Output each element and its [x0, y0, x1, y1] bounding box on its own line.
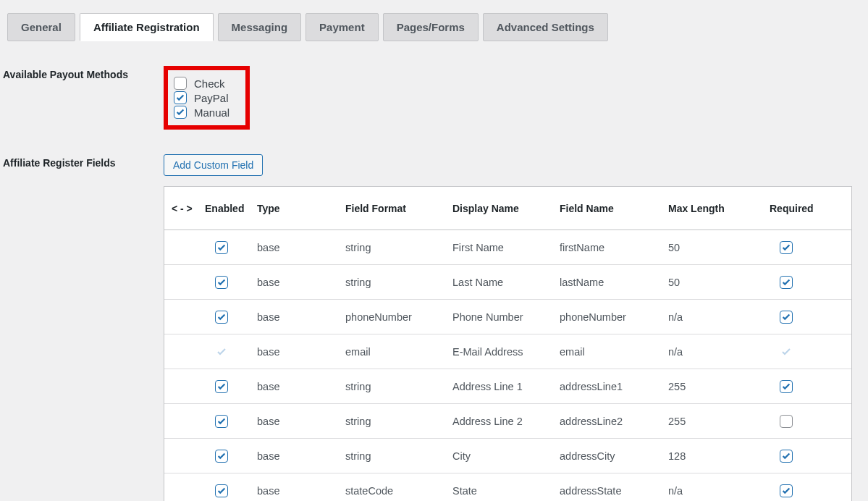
- enabled-checkbox[interactable]: [215, 276, 228, 289]
- enabled-checkbox[interactable]: [215, 241, 228, 254]
- register-row: Affiliate Register Fields Add Custom Fie…: [0, 147, 868, 501]
- tab-general[interactable]: General: [7, 13, 75, 41]
- cell-display: City: [452, 450, 560, 462]
- table-row: basestringAddress Line 1addressLine1255: [164, 369, 851, 404]
- cell-format: email: [345, 346, 452, 358]
- payout-item-label: Manual: [194, 106, 229, 119]
- payout-checkbox-manual[interactable]: [174, 106, 187, 119]
- enabled-checkbox[interactable]: [215, 450, 228, 463]
- required-cell: [770, 415, 835, 428]
- payout-row: Available Payout Methods Check PayPal Ma…: [0, 59, 868, 137]
- enabled-cell: [205, 380, 257, 393]
- required-checkbox[interactable]: [780, 276, 793, 289]
- payout-item-check: Check: [174, 76, 229, 90]
- col-header-type: Type: [257, 203, 345, 214]
- cell-type: base: [257, 416, 345, 427]
- required-cell: [770, 484, 835, 497]
- cell-type: base: [257, 450, 345, 462]
- payout-highlight-box: Check PayPal Manual: [164, 66, 250, 130]
- enabled-checkbox[interactable]: [215, 415, 228, 428]
- cell-format: stateCode: [345, 485, 452, 497]
- cell-format: string: [345, 242, 452, 253]
- required-checkbox[interactable]: [780, 241, 793, 254]
- required-cell: [770, 380, 835, 393]
- cell-maxlen: n/a: [668, 311, 770, 323]
- cell-fieldname: addressCity: [560, 450, 668, 462]
- table-row: basestringAddress Line 2addressLine2255: [164, 404, 851, 439]
- cell-maxlen: 128: [668, 450, 770, 462]
- cell-maxlen: 255: [668, 416, 770, 427]
- payout-item-manual: Manual: [174, 105, 229, 119]
- required-checkbox[interactable]: [780, 484, 793, 497]
- cell-type: base: [257, 381, 345, 392]
- required-cell: [770, 241, 835, 254]
- tab-messaging[interactable]: Messaging: [218, 13, 302, 41]
- cell-type: base: [257, 311, 345, 323]
- cell-format: phoneNumber: [345, 311, 452, 323]
- payout-item-label: Check: [194, 77, 225, 90]
- tab-affiliate-registration[interactable]: Affiliate Registration: [80, 13, 214, 41]
- tab-payment[interactable]: Payment: [306, 13, 379, 41]
- table-row: basestringLast NamelastName50: [164, 265, 851, 300]
- payout-checkbox-check[interactable]: [174, 77, 187, 90]
- col-header-fieldname: Field Name: [560, 203, 668, 214]
- table-header: < - > Enabled Type Field Format Display …: [164, 187, 851, 230]
- cell-display: Last Name: [452, 277, 560, 288]
- cell-maxlen: 50: [668, 242, 770, 253]
- required-checkbox[interactable]: [780, 380, 793, 393]
- col-header-required: Required: [770, 203, 835, 214]
- add-custom-field-button[interactable]: Add Custom Field: [164, 154, 263, 176]
- col-header-display: Display Name: [452, 203, 560, 214]
- cell-display: State: [452, 485, 560, 497]
- cell-type: base: [257, 346, 345, 358]
- required-cell: [770, 450, 835, 463]
- cell-type: base: [257, 242, 345, 253]
- cell-fieldname: addressLine1: [560, 381, 668, 392]
- enabled-cell: [205, 345, 257, 358]
- payout-checkbox-paypal[interactable]: [174, 91, 187, 104]
- enabled-cell: [205, 241, 257, 254]
- cell-format: string: [345, 277, 452, 288]
- cell-fieldname: firstName: [560, 242, 668, 253]
- cell-maxlen: 255: [668, 381, 770, 392]
- cell-format: string: [345, 381, 452, 392]
- cell-display: Phone Number: [452, 311, 560, 323]
- cell-fieldname: phoneNumber: [560, 311, 668, 323]
- required-checkbox[interactable]: [780, 311, 793, 324]
- cell-display: First Name: [452, 242, 560, 253]
- enabled-cell: [205, 415, 257, 428]
- payout-label: Available Payout Methods: [0, 66, 164, 80]
- enabled-checkbox[interactable]: [215, 380, 228, 393]
- tab-pages-forms[interactable]: Pages/Forms: [383, 13, 479, 41]
- table-row: basestringFirst NamefirstName50: [164, 230, 851, 265]
- cell-fieldname: addressLine2: [560, 416, 668, 427]
- cell-display: Address Line 1: [452, 381, 560, 392]
- enabled-checkbox[interactable]: [215, 484, 228, 497]
- cell-type: base: [257, 277, 345, 288]
- register-label: Affiliate Register Fields: [0, 154, 164, 169]
- required-checkbox[interactable]: [780, 450, 793, 463]
- table-row: basestringCityaddressCity128: [164, 439, 851, 473]
- fields-table: < - > Enabled Type Field Format Display …: [164, 186, 852, 501]
- cell-maxlen: 50: [668, 277, 770, 288]
- required-checkbox: [780, 345, 793, 358]
- payout-item-label: PayPal: [194, 92, 229, 104]
- col-header-maxlen: Max Length: [668, 203, 770, 214]
- cell-maxlen: n/a: [668, 485, 770, 497]
- required-checkbox[interactable]: [780, 415, 793, 428]
- table-row: basephoneNumberPhone NumberphoneNumbern/…: [164, 300, 851, 334]
- cell-format: string: [345, 416, 452, 427]
- tab-content: Available Payout Methods Check PayPal Ma…: [0, 41, 868, 501]
- cell-display: Address Line 2: [452, 416, 560, 427]
- col-header-enabled: Enabled: [205, 203, 257, 214]
- enabled-checkbox: [215, 345, 228, 358]
- cell-format: string: [345, 450, 452, 462]
- cell-fieldname: lastName: [560, 277, 668, 288]
- table-row: basestateCodeStateaddressStaten/a: [164, 473, 851, 501]
- enabled-cell: [205, 450, 257, 463]
- table-row: baseemailE-Mail Addressemailn/a: [164, 334, 851, 369]
- enabled-checkbox[interactable]: [215, 311, 228, 324]
- tab-advanced-settings[interactable]: Advanced Settings: [483, 13, 608, 41]
- enabled-cell: [205, 311, 257, 324]
- required-cell: [770, 311, 835, 324]
